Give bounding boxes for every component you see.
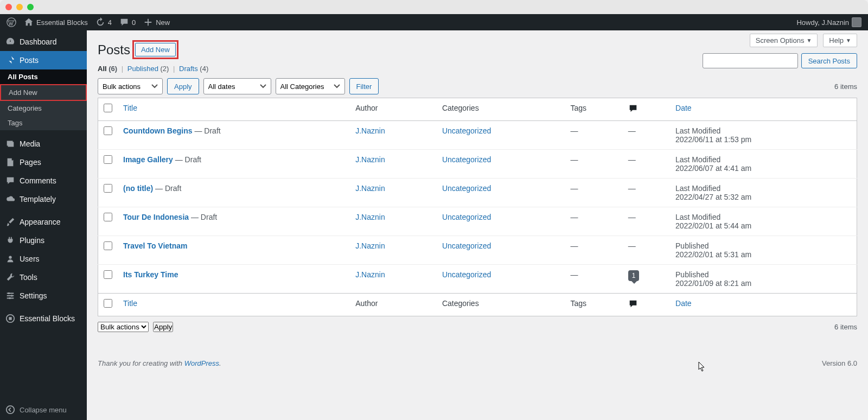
author-link[interactable]: J.Naznin (355, 213, 385, 221)
post-title-link[interactable]: (no title) (123, 184, 153, 193)
sidebar-item-settings[interactable]: Settings (0, 287, 87, 305)
maximize-window-button[interactable] (27, 4, 34, 10)
sidebar-item-appearance[interactable]: Appearance (0, 213, 87, 231)
home-icon (24, 17, 34, 27)
collapse-menu-button[interactable]: Collapse menu (0, 399, 87, 420)
post-title-link[interactable]: Countdown Begins (123, 126, 193, 135)
help-button[interactable]: Help ▼ (823, 34, 857, 47)
sidebar-sub-all-posts[interactable]: All Posts (0, 69, 87, 84)
table-row: Travel To VietnamJ.NazninUncategorized——… (98, 236, 857, 265)
author-link[interactable]: J.Naznin (355, 126, 385, 135)
comment-icon (628, 104, 638, 113)
sidebar-item-dashboard[interactable]: Dashboard (0, 33, 87, 51)
category-link[interactable]: Uncategorized (442, 155, 491, 164)
col-categories-header: Categories (437, 98, 565, 121)
row-checkbox[interactable] (104, 241, 112, 250)
category-link[interactable]: Uncategorized (442, 184, 491, 193)
sidebar-item-essential-blocks[interactable]: Essential Blocks (0, 309, 87, 328)
content-area: Screen Options ▼ Help ▼ Posts Add New Al… (87, 30, 868, 420)
table-row: (no title) — DraftJ.NazninUncategorized—… (98, 179, 857, 207)
author-link[interactable]: J.Naznin (355, 270, 385, 279)
col-title-header[interactable]: Title (123, 104, 137, 112)
collapse-label: Collapse menu (20, 406, 67, 414)
author-link[interactable]: J.Naznin (355, 155, 385, 164)
post-state: — Draft (153, 184, 181, 193)
search-posts-button[interactable]: Search Posts (801, 53, 857, 68)
post-title-link[interactable]: Travel To Vietnam (123, 241, 188, 250)
category-link[interactable]: Uncategorized (442, 213, 491, 221)
post-title-link[interactable]: Its Turkey Time (123, 270, 178, 279)
post-title-link[interactable]: Image Gallery (123, 155, 173, 164)
minimize-window-button[interactable] (16, 4, 23, 10)
category-link[interactable]: Uncategorized (442, 270, 491, 279)
row-checkbox[interactable] (104, 213, 112, 221)
col-author-footer: Author (350, 294, 437, 316)
sidebar-item-posts[interactable]: Posts (0, 51, 87, 69)
row-checkbox[interactable] (104, 155, 112, 164)
col-date-header[interactable]: Date (675, 104, 692, 112)
wordpress-link[interactable]: WordPress (184, 359, 219, 367)
wrench-icon (5, 272, 15, 282)
sidebar-item-label: Settings (20, 291, 47, 300)
site-name-label: Essential Blocks (36, 18, 88, 27)
bulk-actions-select-bottom[interactable]: Bulk actions (98, 322, 149, 332)
apply-bulk-button[interactable]: Apply (167, 78, 199, 94)
my-account-link[interactable]: Howdy, J.Naznin (796, 17, 861, 27)
author-link[interactable]: J.Naznin (355, 241, 385, 250)
category-link[interactable]: Uncategorized (442, 126, 491, 135)
page-title: Posts (98, 42, 130, 58)
pushpin-icon (5, 55, 15, 65)
row-checkbox[interactable] (104, 184, 112, 193)
filter-drafts[interactable]: Drafts (4) (179, 65, 208, 73)
sidebar-item-users[interactable]: Users (0, 250, 87, 268)
site-name-link[interactable]: Essential Blocks (24, 17, 88, 27)
filter-button[interactable]: Filter (349, 78, 379, 94)
sidebar-item-media[interactable]: Media (0, 135, 87, 153)
no-comments: — (628, 155, 636, 164)
essential-blocks-icon (5, 314, 15, 323)
date-status: Published (675, 270, 851, 279)
close-window-button[interactable] (5, 4, 12, 10)
footer-thanks-prefix: Thank you for creating with (98, 359, 184, 367)
items-count-bottom: 6 items (834, 323, 857, 331)
category-link[interactable]: Uncategorized (442, 241, 491, 250)
sidebar-item-label: Dashboard (20, 37, 57, 46)
new-content-link[interactable]: New (143, 17, 170, 27)
search-input[interactable] (703, 53, 798, 68)
row-checkbox[interactable] (104, 126, 112, 135)
date-status: Last Modified (675, 184, 851, 193)
sidebar-item-tools[interactable]: Tools (0, 268, 87, 287)
col-date-footer[interactable]: Date (675, 299, 692, 308)
sliders-icon (5, 291, 15, 301)
filter-all[interactable]: All (6) (98, 65, 117, 73)
admin-sidebar: Dashboard Posts All Posts Add New Catego… (0, 30, 87, 420)
select-all-checkbox-bottom[interactable] (104, 299, 112, 308)
col-tags-header: Tags (565, 98, 622, 121)
screen-options-button[interactable]: Screen Options ▼ (750, 34, 818, 47)
sidebar-sub-categories[interactable]: Categories (0, 101, 87, 116)
sidebar-item-plugins[interactable]: Plugins (0, 231, 87, 250)
sidebar-sub-tags[interactable]: Tags (0, 116, 87, 130)
category-filter-select[interactable]: All Categories (276, 78, 345, 94)
filter-published[interactable]: Published (2) (127, 65, 169, 73)
col-title-footer[interactable]: Title (123, 299, 137, 308)
add-new-button[interactable]: Add New (135, 43, 176, 56)
wp-logo-menu[interactable] (7, 17, 16, 27)
comment-count-bubble[interactable]: 1 (628, 270, 640, 281)
row-checkbox[interactable] (104, 270, 112, 279)
comments-link[interactable]: 0 (119, 17, 136, 27)
comment-icon (119, 17, 129, 27)
sidebar-item-pages[interactable]: Pages (0, 153, 87, 171)
apply-bulk-button-bottom[interactable]: Apply (153, 322, 173, 332)
bulk-actions-select[interactable]: Bulk actions (98, 78, 163, 94)
date-filter-select[interactable]: All dates (203, 78, 271, 94)
updates-link[interactable]: 4 (95, 17, 112, 27)
sidebar-item-comments[interactable]: Comments (0, 171, 87, 190)
svg-point-1 (9, 256, 11, 259)
author-link[interactable]: J.Naznin (355, 184, 385, 193)
sidebar-sub-add-new[interactable]: Add New (0, 84, 87, 101)
select-all-checkbox[interactable] (104, 104, 112, 112)
post-title-link[interactable]: Tour De Indonesia (123, 213, 189, 221)
sidebar-item-templately[interactable]: Templately (0, 190, 87, 208)
mac-titlebar (0, 0, 868, 14)
